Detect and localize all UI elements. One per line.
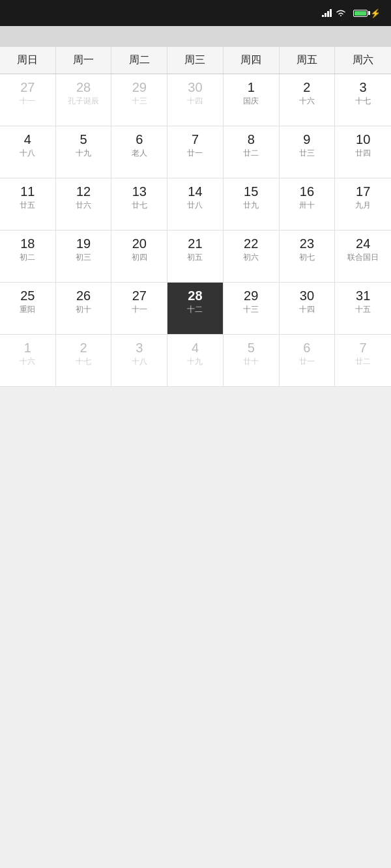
svg-rect-0 bbox=[322, 15, 324, 17]
day-lunar: 十四 bbox=[299, 305, 315, 315]
day-lunar: 老人 bbox=[132, 148, 147, 159]
day-cell[interactable]: 2十七 bbox=[56, 335, 112, 387]
day-lunar: 九月 bbox=[355, 201, 371, 211]
day-number: 7 bbox=[192, 132, 199, 147]
day-number: 27 bbox=[132, 288, 147, 303]
day-cell[interactable]: 25重阳 bbox=[0, 283, 56, 335]
battery-icon bbox=[353, 10, 368, 17]
day-lunar: 十一 bbox=[132, 305, 147, 315]
day-number: 6 bbox=[303, 340, 310, 356]
day-cell[interactable]: 31十五 bbox=[335, 283, 391, 335]
day-cell[interactable]: 29十三 bbox=[224, 283, 280, 335]
day-number: 26 bbox=[76, 288, 91, 303]
day-cell[interactable]: 22初六 bbox=[224, 231, 280, 283]
day-number: 18 bbox=[20, 236, 35, 251]
day-lunar: 十一 bbox=[20, 96, 35, 107]
day-cell[interactable]: 14廿八 bbox=[167, 178, 224, 231]
day-number: 1 bbox=[248, 79, 255, 95]
day-cell[interactable]: 9廿三 bbox=[280, 126, 336, 178]
day-lunar: 十二 bbox=[187, 305, 203, 315]
weekday-cell: 周一 bbox=[56, 47, 112, 74]
day-cell[interactable]: 30十四 bbox=[280, 283, 336, 335]
day-cell[interactable]: 10廿四 bbox=[335, 126, 391, 178]
day-number: 28 bbox=[76, 79, 91, 95]
day-lunar: 十七 bbox=[76, 357, 91, 367]
day-number: 3 bbox=[136, 340, 143, 356]
day-lunar: 国庆 bbox=[243, 96, 259, 107]
day-number: 16 bbox=[300, 184, 314, 199]
day-cell[interactable]: 3十七 bbox=[335, 74, 391, 126]
day-number: 2 bbox=[80, 340, 87, 356]
next-month-button[interactable] bbox=[368, 34, 378, 39]
day-cell[interactable]: 7廿一 bbox=[167, 126, 224, 178]
day-cell[interactable]: 13廿七 bbox=[111, 178, 167, 231]
day-cell[interactable]: 23初七 bbox=[280, 231, 336, 283]
day-number: 12 bbox=[76, 184, 91, 199]
day-lunar: 初六 bbox=[243, 253, 259, 263]
weekday-header: 周日周一周二周三周四周五周六 bbox=[0, 47, 391, 74]
day-lunar: 卅十 bbox=[299, 201, 315, 211]
bottom-area bbox=[0, 387, 391, 777]
day-number: 4 bbox=[24, 132, 31, 147]
day-cell[interactable]: 5十九 bbox=[56, 126, 112, 178]
day-cell[interactable]: 28十二 bbox=[167, 283, 224, 335]
day-cell[interactable]: 20初四 bbox=[111, 231, 167, 283]
day-cell[interactable]: 4十八 bbox=[0, 126, 56, 178]
day-lunar: 十九 bbox=[187, 357, 203, 367]
day-lunar: 廿二 bbox=[355, 357, 371, 367]
day-number: 23 bbox=[300, 236, 314, 251]
day-lunar: 初三 bbox=[76, 253, 91, 263]
day-cell[interactable]: 1十六 bbox=[0, 335, 56, 387]
wifi-icon bbox=[335, 9, 347, 17]
day-cell[interactable]: 2十六 bbox=[280, 74, 336, 126]
day-lunar: 重阳 bbox=[20, 305, 35, 315]
day-cell[interactable]: 19初三 bbox=[56, 231, 112, 283]
day-number: 5 bbox=[80, 132, 87, 147]
day-cell[interactable]: 16卅十 bbox=[280, 178, 336, 231]
day-cell[interactable]: 27十一 bbox=[111, 283, 167, 335]
day-number: 9 bbox=[303, 132, 310, 147]
day-number: 20 bbox=[132, 236, 147, 251]
day-cell[interactable]: 26初十 bbox=[56, 283, 112, 335]
day-cell[interactable]: 24联合国日 bbox=[335, 231, 391, 283]
day-lunar: 初七 bbox=[299, 253, 315, 263]
svg-rect-2 bbox=[327, 11, 329, 17]
day-lunar: 廿一 bbox=[299, 357, 315, 367]
day-cell[interactable]: 17九月 bbox=[335, 178, 391, 231]
day-number: 21 bbox=[188, 236, 202, 251]
day-cell[interactable]: 7廿二 bbox=[335, 335, 391, 387]
day-cell[interactable]: 4十九 bbox=[167, 335, 224, 387]
day-cell[interactable]: 3十八 bbox=[111, 335, 167, 387]
weekday-cell: 周二 bbox=[111, 47, 167, 74]
day-lunar: 十八 bbox=[20, 148, 35, 159]
day-lunar: 十六 bbox=[299, 96, 315, 107]
day-cell[interactable]: 28孔子诞辰 bbox=[56, 74, 112, 126]
day-number: 6 bbox=[136, 132, 143, 147]
day-cell[interactable]: 12廿六 bbox=[56, 178, 112, 231]
day-cell[interactable]: 30十四 bbox=[167, 74, 224, 126]
day-number: 4 bbox=[192, 340, 199, 356]
day-cell[interactable]: 15廿九 bbox=[224, 178, 280, 231]
day-cell[interactable]: 21初五 bbox=[167, 231, 224, 283]
status-bar: ⚡ bbox=[0, 0, 391, 26]
weekday-cell: 周五 bbox=[280, 47, 336, 74]
prev-month-button[interactable] bbox=[13, 34, 23, 39]
svg-rect-3 bbox=[330, 9, 332, 17]
day-number: 3 bbox=[360, 79, 367, 95]
day-number: 31 bbox=[356, 288, 370, 303]
day-number: 19 bbox=[76, 236, 91, 251]
day-cell[interactable]: 1国庆 bbox=[224, 74, 280, 126]
day-cell[interactable]: 5廿十 bbox=[224, 335, 280, 387]
day-cell[interactable]: 8廿二 bbox=[224, 126, 280, 178]
day-cell[interactable]: 27十一 bbox=[0, 74, 56, 126]
day-cell[interactable]: 29十三 bbox=[111, 74, 167, 126]
day-cell[interactable]: 6老人 bbox=[111, 126, 167, 178]
day-number: 30 bbox=[300, 288, 314, 303]
day-cell[interactable]: 6廿一 bbox=[280, 335, 336, 387]
weekday-cell: 周三 bbox=[167, 47, 224, 74]
day-lunar: 廿八 bbox=[187, 201, 203, 211]
day-cell[interactable]: 18初二 bbox=[0, 231, 56, 283]
day-cell[interactable]: 11廿五 bbox=[0, 178, 56, 231]
day-number: 1 bbox=[24, 340, 31, 356]
day-lunar: 廿六 bbox=[76, 201, 91, 211]
